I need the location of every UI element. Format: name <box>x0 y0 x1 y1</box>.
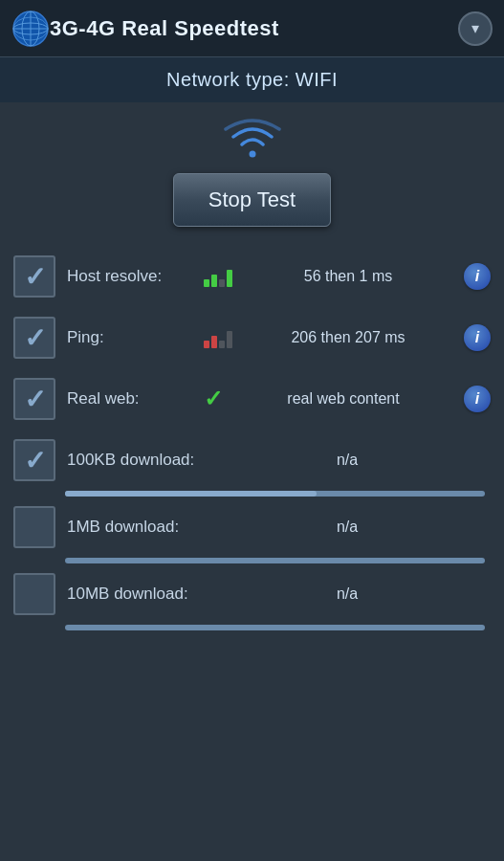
wifi-icon-area <box>0 102 504 167</box>
real-web-value: real web content <box>230 390 456 408</box>
download-100kb-label: 100KB download: <box>55 451 204 470</box>
app-header: 3G-4G Real Speedtest ▾ <box>0 0 504 57</box>
host-resolve-value: 56 then 1 ms <box>240 268 456 285</box>
ping-info-button[interactable]: i <box>464 324 491 351</box>
table-row: 100KB download: n/a <box>10 430 494 497</box>
download-10mb-content: n/a <box>204 585 491 603</box>
app-title: 3G-4G Real Speedtest <box>50 16 458 41</box>
download-10mb-value: n/a <box>204 585 491 603</box>
download-10mb-label: 10MB download: <box>55 585 204 604</box>
info-icon: i <box>475 268 479 285</box>
ping-label: Ping: <box>55 328 204 347</box>
dropdown-button[interactable]: ▾ <box>458 11 493 46</box>
download-100kb-value: n/a <box>204 452 491 469</box>
table-row: 1MB download: n/a <box>10 497 494 563</box>
test-rows-container: Host resolve: 56 then 1 ms i Ping: <box>0 246 504 630</box>
download-10mb-progress <box>65 625 485 630</box>
download-100kb-content: n/a <box>204 452 491 469</box>
ping-value: 206 then 207 ms <box>240 329 456 346</box>
real-web-info-button[interactable]: i <box>464 386 491 412</box>
info-icon: i <box>475 390 479 408</box>
real-web-label: Real web: <box>55 389 204 408</box>
chevron-down-icon: ▾ <box>471 19 479 37</box>
network-type-label: Network type: WIFI <box>166 69 338 90</box>
table-row: 10MB download: n/a <box>10 563 494 630</box>
download-100kb-checkbox <box>13 439 55 481</box>
host-resolve-info-button[interactable]: i <box>464 263 491 290</box>
host-resolve-content: 56 then 1 ms i <box>204 263 491 290</box>
real-web-content: ✓ real web content i <box>204 386 491 412</box>
network-type-bar: Network type: WIFI <box>0 57 504 102</box>
host-resolve-label: Host resolve: <box>55 267 204 286</box>
download-1mb-label: 1MB download: <box>55 518 204 537</box>
signal-bars-icon <box>204 266 232 287</box>
checkmark-icon: ✓ <box>204 386 223 412</box>
table-row: Host resolve: 56 then 1 ms i <box>10 246 494 307</box>
table-row: Real web: ✓ real web content i <box>10 368 494 430</box>
signal-bars-icon <box>204 327 232 348</box>
download-1mb-value: n/a <box>204 519 491 536</box>
download-10mb-checkbox <box>13 573 55 615</box>
ping-checkbox <box>13 317 55 359</box>
ping-content: 206 then 207 ms i <box>204 324 491 351</box>
stop-test-container: Stop Test <box>0 167 504 246</box>
svg-point-6 <box>249 151 255 158</box>
globe-icon <box>11 10 50 48</box>
download-1mb-content: n/a <box>204 519 491 536</box>
host-resolve-checkbox <box>13 255 55 298</box>
real-web-checkbox <box>13 378 55 420</box>
download-1mb-checkbox <box>13 506 55 548</box>
table-row: Ping: 206 then 207 ms i <box>10 307 494 368</box>
stop-test-button[interactable]: Stop Test <box>173 173 331 227</box>
info-icon: i <box>475 329 479 346</box>
wifi-icon <box>224 118 281 160</box>
